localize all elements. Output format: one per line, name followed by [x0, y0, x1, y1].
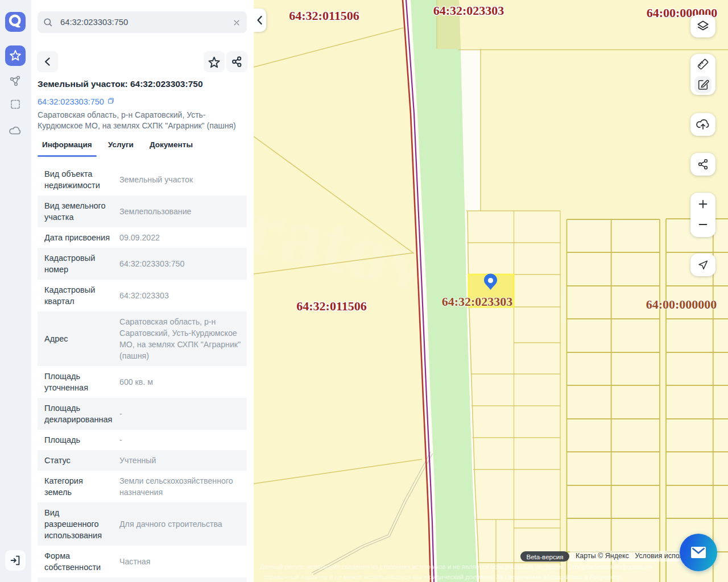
- svg-text:64:32:023303: 64:32:023303: [442, 294, 513, 309]
- svg-text:64:32:011506: 64:32:011506: [289, 9, 359, 23]
- svg-text:64:32:011506: 64:32:011506: [296, 299, 366, 313]
- svg-text:64:00:000000: 64:00:000000: [646, 297, 717, 311]
- svg-text:64:32:023303: 64:32:023303: [433, 3, 504, 18]
